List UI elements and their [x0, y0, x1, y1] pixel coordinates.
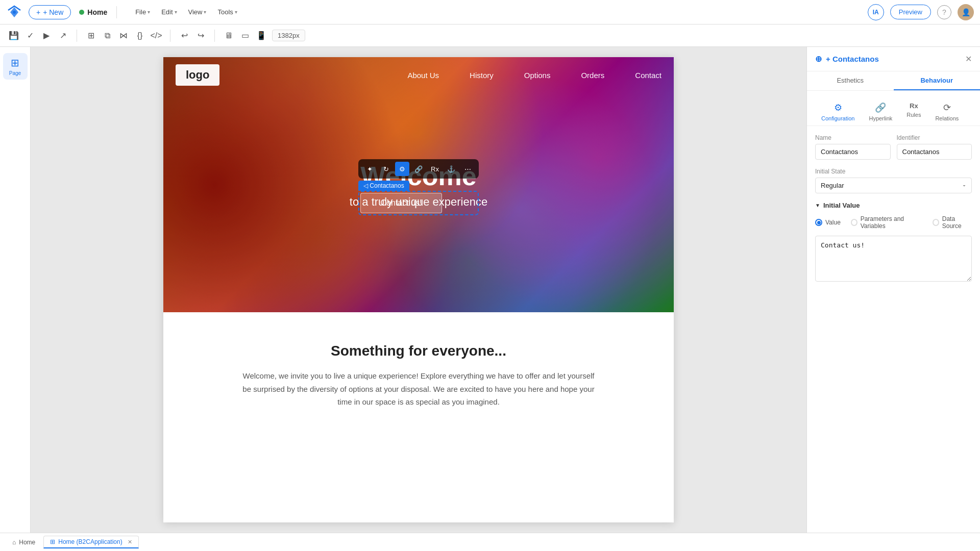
- cta-toolbar: ✦ ↻ ⚙ 🔗 Rx ⚓ ⋯: [358, 159, 479, 179]
- separator-4: [214, 30, 215, 42]
- toolbar-group-4: 🖥 ▭ 📱: [221, 28, 269, 43]
- play-button[interactable]: ▶: [39, 28, 54, 43]
- nav-history[interactable]: History: [470, 71, 494, 80]
- panel-tabs: Esthetics Behaviour: [807, 71, 980, 91]
- config-tab-rules[interactable]: Rx Rules: [900, 98, 927, 126]
- radio-datasource[interactable]: Data Source: [933, 215, 972, 230]
- tablet-view-button[interactable]: ▭: [237, 28, 253, 43]
- code-button[interactable]: {}: [132, 28, 148, 43]
- panel-title-icon: ⊕: [815, 54, 822, 64]
- chevron-down-icon: ▾: [175, 9, 177, 15]
- radio-datasource-circle: [933, 219, 939, 226]
- html-button[interactable]: </>: [149, 28, 164, 43]
- toolbar-group-2: ⊞ ⧉ ⋈ {} </>: [83, 28, 164, 43]
- undo-button[interactable]: ↩: [177, 28, 192, 43]
- radio-group: Value Parameters and Variables Data Sour…: [815, 215, 972, 230]
- redo-icon: ↪: [198, 31, 204, 40]
- preview-button[interactable]: Preview: [890, 5, 931, 19]
- identifier-label: Identifier: [897, 134, 972, 141]
- tab-behaviour[interactable]: Behaviour: [894, 71, 981, 90]
- bottom-tab-home[interactable]: ⌂ Home: [6, 537, 41, 548]
- separator-3: [170, 30, 170, 42]
- app-logo: [6, 4, 22, 20]
- check-button[interactable]: ✓: [22, 28, 38, 43]
- nav-options[interactable]: Options: [524, 71, 551, 80]
- tab-close-button[interactable]: ✕: [128, 539, 132, 545]
- chevron-down-icon: ▾: [148, 9, 150, 15]
- connect-button[interactable]: ⋈: [116, 28, 131, 43]
- website-canvas: logo About Us History Options Orders Con…: [163, 57, 674, 522]
- home-status-dot: [79, 10, 84, 15]
- cta-container: ✦ ↻ ⚙ 🔗 Rx ⚓ ⋯ ◁ Contactanos: [358, 159, 479, 215]
- config-tab-hyperlink[interactable]: 🔗 Hyperlink: [863, 98, 898, 126]
- toolbar: 💾 ✓ ▶ ↗ ⊞ ⧉ ⋈ {} </> ↩ ↪ 🖥 ▭ 📱 1382px: [0, 24, 980, 47]
- cta-tool-link[interactable]: 🔗: [411, 162, 426, 176]
- save-button[interactable]: 💾: [6, 28, 21, 43]
- chevron-down-icon: ▾: [235, 9, 237, 15]
- bottom-bar: ⌂ Home ⊞ Home (B2CApplication) ✕: [0, 533, 980, 551]
- bottom-tab-b2c[interactable]: ⊞ Home (B2CApplication) ✕: [43, 536, 138, 548]
- nav-orders[interactable]: Orders: [581, 71, 604, 80]
- cta-tool-move[interactable]: ✦: [362, 162, 377, 176]
- identifier-input[interactable]: [897, 144, 972, 160]
- ia-button[interactable]: IA: [868, 4, 884, 20]
- canvas-area[interactable]: logo About Us History Options Orders Con…: [31, 47, 806, 533]
- mobile-view-button[interactable]: 📱: [254, 28, 269, 43]
- tab-esthetics[interactable]: Esthetics: [807, 71, 894, 90]
- initial-value-header[interactable]: ▼ Initial Value: [815, 202, 972, 209]
- state-select[interactable]: Regular Hover Disabled Active: [815, 178, 972, 193]
- separator-2: [77, 30, 77, 42]
- name-identifier-row: Name Identifier: [815, 134, 972, 160]
- config-tab-configuration[interactable]: ⚙ Configuration: [815, 98, 861, 126]
- desktop-view-button[interactable]: 🖥: [221, 28, 236, 43]
- menu-view[interactable]: View ▾: [183, 6, 212, 18]
- new-label: + New: [43, 8, 63, 16]
- menu-file[interactable]: File ▾: [130, 6, 155, 18]
- cta-tool-anchor[interactable]: ⚓: [444, 162, 458, 176]
- ia-label: IA: [873, 9, 879, 16]
- export-button[interactable]: ↗: [55, 28, 70, 43]
- svg-point-0: [13, 11, 16, 14]
- user-avatar[interactable]: 👤: [958, 4, 974, 20]
- close-icon: ✕: [965, 55, 972, 63]
- new-button[interactable]: + + New: [29, 5, 71, 19]
- menu-edit[interactable]: Edit ▾: [156, 6, 182, 18]
- cta-tool-rules[interactable]: Rx: [428, 162, 442, 176]
- nav-about[interactable]: About Us: [407, 71, 439, 80]
- cta-tool-rotate[interactable]: ↻: [379, 162, 393, 176]
- hyperlink-icon: 🔗: [875, 102, 886, 113]
- cta-tool-settings[interactable]: ⚙: [395, 162, 409, 176]
- undo-icon: ↩: [181, 31, 188, 40]
- layers-button[interactable]: ⧉: [100, 28, 115, 43]
- state-row: Initial State Regular Hover Disabled Act…: [815, 168, 972, 193]
- name-input[interactable]: [815, 144, 891, 160]
- home-text: Home: [87, 8, 107, 16]
- nav-links: About Us History Options Orders Contact: [407, 71, 662, 80]
- nav-logo: logo: [176, 64, 219, 86]
- separator-1: [116, 6, 117, 18]
- cta-tool-more[interactable]: ⋯: [460, 162, 475, 176]
- redo-button[interactable]: ↪: [193, 28, 208, 43]
- menu-tools[interactable]: Tools ▾: [212, 6, 242, 18]
- relations-icon: ⟳: [943, 102, 951, 113]
- preview-label: Preview: [899, 8, 922, 16]
- nav-contact[interactable]: Contact: [635, 71, 662, 80]
- cta-label-tag: ◁ Contactanos: [358, 181, 409, 191]
- rules-label: Rules: [906, 112, 921, 118]
- sidebar-item-label: Page: [9, 70, 21, 76]
- radio-value[interactable]: Value: [815, 219, 841, 226]
- cta-button[interactable]: Contact us!: [360, 193, 442, 213]
- cta-btn-wrapper: Contact us!: [358, 191, 479, 215]
- b2c-tab-label: Home (B2CApplication): [58, 538, 122, 545]
- topbar-right: IA Preview ? 👤: [868, 4, 974, 20]
- home-tab-label: Home: [19, 539, 35, 546]
- name-label: Name: [815, 134, 891, 141]
- sidebar-item-page[interactable]: ⊞ Page: [3, 53, 28, 80]
- radio-parameters[interactable]: Parameters and Variables: [851, 215, 922, 230]
- section-body: Welcome, we invite you to live a unique …: [240, 369, 597, 409]
- config-tab-relations[interactable]: ⟳ Relations: [929, 98, 965, 126]
- help-button[interactable]: ?: [937, 5, 951, 19]
- value-textarea[interactable]: Contact us!: [815, 236, 972, 282]
- panel-close-button[interactable]: ✕: [965, 54, 972, 64]
- grid-button[interactable]: ⊞: [83, 28, 99, 43]
